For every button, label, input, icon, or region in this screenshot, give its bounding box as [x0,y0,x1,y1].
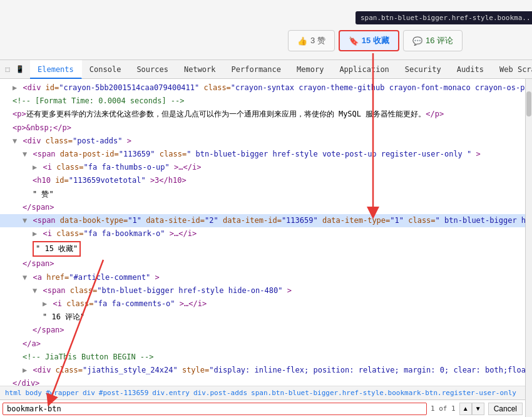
device-toolbar-icon[interactable]: 📱 [15,64,25,75]
tree-line[interactable]: ▼ <div class="post-adds" > [0,135,525,148]
tree-line[interactable]: </span> [0,201,525,214]
tooltip-text: span.btn-bluet-bigger.href-style.bookma.… [361,14,532,22]
tab-performance[interactable]: Performance [224,60,289,79]
search-bar: 1 of 1 ▲ ▼ Cancel [0,399,525,417]
tree-line[interactable]: ▶ <div class="jiathis_style_24x24" style… [0,364,525,377]
tab-elements[interactable]: Elements [30,60,82,79]
like-button[interactable]: 👍 3 赞 [288,30,335,51]
tree-line-selected[interactable]: ▼ <span data-book-type="1" data-site-id=… [0,214,525,227]
expand-icon[interactable]: ▼ [33,286,37,295]
expand-icon[interactable]: ▶ [43,299,47,308]
tab-audits[interactable]: Audits [449,60,492,79]
tree-line[interactable]: <!-- JiaThis Button BEGIN --> [0,351,525,364]
breadcrumb-post-adds[interactable]: div.post-adds [193,389,247,397]
search-next-button[interactable]: ▼ [472,403,484,415]
search-prev-button[interactable]: ▲ [459,403,472,415]
tab-memory[interactable]: Memory [289,60,332,79]
search-count: 1 of 1 [431,404,456,413]
tree-line[interactable]: ▶ <i class="fa fa-bookmark-o" >…</i> [0,227,525,240]
select-element-icon[interactable]: ⬚ [3,64,13,75]
tree-line[interactable]: ▶ <div id="crayon-5bb2001514caa079400411… [0,81,525,95]
expand-icon[interactable]: ▼ [13,136,17,145]
bookmark-count: 15 收藏 [362,35,389,46]
breadcrumb-html[interactable]: html [5,389,22,397]
html-tree[interactable]: ▶ <div id="crayon-5bb2001514caa079400411… [0,79,525,386]
breadcrumb-span[interactable]: span.btn-bluet-bigger.href-style.bookmar… [251,389,516,397]
bookmark-icon: 🔖 [349,36,359,46]
tree-line[interactable]: ▼ <a href="#article-comment" > [0,271,525,284]
tab-sources[interactable]: Sources [129,60,176,79]
expand-icon[interactable]: ▼ [23,216,27,225]
comment-icon: 💬 [412,36,422,46]
comment-button[interactable]: 💬 16 评论 [403,30,463,51]
scrollbar-thumb[interactable] [526,91,531,116]
comment-count: 16 评论 [426,35,453,46]
tree-line[interactable]: </span> [0,324,525,337]
expand-icon[interactable]: ▶ [23,366,27,374]
tab-web-scraper[interactable]: Web Scraper [492,60,532,79]
tab-console[interactable]: Console [82,60,130,79]
search-input[interactable] [3,403,427,415]
breadcrumb-entry[interactable]: div.entry [152,389,190,397]
search-cancel-button[interactable]: Cancel [488,403,523,415]
tree-line[interactable]: </div> [0,377,525,386]
tree-line[interactable]: <h10 id="113659votetotal" >3</h10> [0,174,525,187]
tab-network[interactable]: Network [176,60,224,79]
tree-line[interactable]: " 赞" [0,188,525,201]
devtools-panel: ⬚ 📱 Elements Console Sources Network Per… [0,59,532,417]
devtools-main-content: ▶ <div id="crayon-5bb2001514caa079400411… [0,79,532,417]
tree-line[interactable]: ▶ <i class="fa fa-thumbs-o-up" >…</i> [0,161,525,174]
like-icon: 👍 [297,36,307,46]
expand-icon[interactable]: ▶ [33,229,37,238]
tree-line[interactable]: " 16 评论" [0,311,525,324]
tab-application[interactable]: Application [332,60,397,79]
tree-line-bookmark-text[interactable]: " 15 收藏" [0,240,525,257]
bookmark-button[interactable]: 🔖 15 收藏 [339,30,399,51]
like-count: 3 赞 [310,35,325,46]
element-tooltip: span.btn-bluet-bigger.href-style.bookma.… [356,11,532,24]
tree-line[interactable]: </a> [0,337,525,351]
tree-line[interactable]: <p>&nbsp;</p> [0,121,525,135]
tree-line[interactable]: ▶ <i class="fa fa-comments-o" >…</i> [0,297,525,311]
devtools-tab-bar: ⬚ 📱 Elements Console Sources Network Per… [0,60,532,79]
scrollbar-track[interactable] [526,79,532,417]
expand-icon[interactable]: ▼ [23,150,27,158]
tree-line[interactable]: ▼ <span class="btn-bluet-bigger href-sty… [0,284,525,297]
html-tree-panel: ▶ <div id="crayon-5bb2001514caa079400411… [0,79,526,417]
page-action-buttons: 👍 3 赞 🔖 15 收藏 💬 16 评论 [288,30,463,51]
tree-line[interactable]: <p>还有更多更科学的方法来优化这些参数，但是这几点可以作为一个通用准则来应用，… [0,108,525,121]
tab-security[interactable]: Security [397,60,449,79]
devtools-tab-icons: ⬚ 📱 [3,64,25,75]
expand-icon[interactable]: ▶ [13,83,17,92]
breadcrumb-wrapper[interactable]: #wrapper [46,389,79,397]
bookmark-text-box: " 15 收藏" [33,241,81,257]
breadcrumb-post[interactable]: #post-113659 [99,389,148,397]
breadcrumb-bar: html body #wrapper div #post-113659 div.… [0,386,525,399]
expand-icon[interactable]: ▶ [33,163,37,172]
breadcrumb-div[interactable]: div [83,389,95,397]
expand-icon[interactable]: ▼ [23,273,27,282]
tree-line[interactable]: <!-- [Format Time: 0.0004 seconds] --> [0,95,525,108]
tree-line[interactable]: </span> [0,257,525,270]
breadcrumb-body[interactable]: body [26,389,43,397]
tree-line[interactable]: ▼ <span data-post-id="113659" class=" bt… [0,148,525,161]
